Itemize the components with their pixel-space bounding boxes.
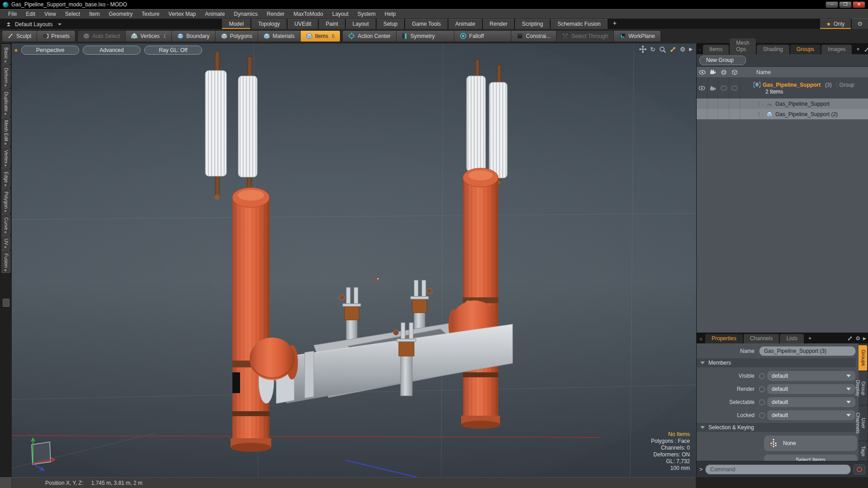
name-field[interactable] [759, 346, 856, 356]
restore-button[interactable]: ❐ [839, 1, 852, 8]
panel-maximize-icon[interactable] [864, 47, 868, 52]
tab-mesh-ops[interactable]: Mesh Ops [730, 38, 755, 54]
tab-topology[interactable]: Topology [251, 19, 287, 29]
tab-scripting[interactable]: Scripting [515, 19, 550, 29]
rail-tab-duplicate[interactable]: Duplicate [1, 89, 10, 117]
rotate-icon[interactable]: ↻ [650, 46, 656, 52]
menu-view[interactable]: View [40, 11, 61, 17]
tab-paint[interactable]: Paint [319, 19, 344, 29]
maximize-icon[interactable] [670, 46, 676, 53]
rail-tab-polygon[interactable]: Polygon [1, 188, 10, 214]
raygl-button[interactable]: Ray GL: Off [144, 46, 202, 55]
toggle-chip[interactable] [721, 86, 727, 90]
auto-select-button[interactable]: Auto Select [78, 31, 126, 42]
eye-icon[interactable] [698, 86, 705, 90]
group-row-selected[interactable]: Gas_Pipeline_Support (3) : Group 2 Items [697, 78, 868, 99]
3d-viewport[interactable]: Perspective Advanced Ray GL: Off ↻ ⚙ ▶ N… [12, 43, 696, 477]
rail-tab-fusion[interactable]: Fusion [1, 250, 10, 273]
tab-game-tools[interactable]: Game Tools [405, 19, 448, 29]
panel-expand-icon[interactable]: ▶ [863, 336, 866, 341]
tab-lists[interactable]: Lists [780, 334, 804, 343]
channel-toggle-icon[interactable] [759, 373, 765, 379]
menu-select[interactable]: Select [61, 11, 85, 17]
menu-render[interactable]: Render [262, 11, 289, 17]
panel-gear-icon[interactable]: ⚙ [855, 335, 860, 342]
rail-tab-mesh-edit[interactable]: Mesh Edit [1, 117, 10, 146]
selectable-dropdown[interactable]: default [767, 397, 856, 408]
items-button[interactable]: Items 5 [301, 31, 340, 42]
rail-tab-vertex[interactable]: Vertex [1, 147, 10, 169]
menu-item[interactable]: Item [85, 11, 104, 17]
select-items-button[interactable]: Select Items [764, 454, 858, 461]
tab-images[interactable]: Images [821, 45, 852, 54]
visible-dropdown[interactable]: default [767, 371, 856, 381]
rail-panel-icon[interactable] [3, 299, 9, 307]
tab-schematic-fusion[interactable]: Schematic Fusion [551, 19, 607, 29]
pan-icon[interactable] [639, 46, 646, 53]
add-panel-tab-button[interactable]: + [853, 45, 863, 54]
tab-model[interactable]: Model [222, 19, 250, 29]
record-icon[interactable] [699, 338, 703, 341]
side-tab-groups[interactable]: Groups [859, 345, 867, 371]
layout-gear-icon[interactable]: ⚙ [852, 19, 868, 29]
rail-tab-curve[interactable]: Curve [1, 214, 10, 235]
command-input[interactable] [705, 465, 851, 474]
tab-setup[interactable]: Setup [377, 19, 404, 29]
falloff-button[interactable]: Falloff [454, 31, 511, 42]
members-section-header[interactable]: Members [697, 358, 856, 367]
render-dropdown[interactable]: default [767, 384, 856, 394]
close-button[interactable]: ✕ [853, 1, 865, 8]
channel-toggle-icon[interactable] [759, 413, 765, 418]
rail-tab-uv[interactable]: UV [1, 235, 10, 250]
tab-properties[interactable]: Properties [705, 334, 743, 343]
menu-geometry[interactable]: Geometry [104, 11, 137, 17]
shading-advanced-button[interactable]: Advanced [83, 46, 141, 55]
action-center-button[interactable]: Action Center [343, 31, 396, 42]
tab-groups[interactable]: Groups [790, 45, 821, 54]
rail-tab-basic[interactable]: Basic [1, 44, 10, 64]
perspective-button[interactable]: Perspective [21, 46, 79, 55]
minimize-button[interactable]: ─ [826, 1, 838, 8]
only-button[interactable]: ★ Only [820, 19, 851, 29]
tab-shading[interactable]: Shading [757, 45, 789, 54]
rail-tab-edge[interactable]: Edge [1, 169, 10, 188]
side-tab-group-display[interactable]: Group Display [859, 371, 867, 405]
boundary-button[interactable]: Boundary [172, 31, 215, 42]
menu-file[interactable]: File [4, 11, 21, 17]
menu-help[interactable]: Help [380, 11, 401, 17]
materials-button[interactable]: Materials [258, 31, 301, 42]
constraint-button[interactable]: Constrai... [511, 31, 557, 42]
add-layout-tab-button[interactable]: + [609, 19, 621, 29]
layout-switcher[interactable]: Default Layouts [0, 21, 66, 29]
sculpt-button[interactable]: Sculpt [2, 31, 37, 42]
menu-animate[interactable]: Animate [200, 11, 229, 17]
command-history-button[interactable] [854, 465, 865, 474]
menu-layout[interactable]: Layout [328, 11, 353, 17]
channel-toggle-icon[interactable] [759, 399, 765, 405]
camera-icon[interactable] [710, 86, 716, 91]
viewport-expand-icon[interactable]: ▶ [689, 46, 693, 52]
tab-render[interactable]: Render [483, 19, 514, 29]
menu-dynamics[interactable]: Dynamics [229, 11, 262, 17]
zoom-icon[interactable] [659, 46, 666, 53]
toggle-chip[interactable] [731, 86, 738, 90]
record-icon[interactable] [699, 48, 700, 52]
new-group-button[interactable]: New Group [699, 56, 746, 65]
tab-channels[interactable]: Channels [744, 334, 779, 343]
visibility-column-eye-icon[interactable] [699, 70, 706, 75]
panel-maximize-icon[interactable] [847, 336, 853, 341]
vertices-button[interactable]: Vertices 1 [126, 31, 172, 42]
selection-keying-section-header[interactable]: Selection & Keying [697, 423, 856, 432]
channel-toggle-icon[interactable] [759, 386, 765, 392]
presets-button[interactable]: Presets [37, 31, 75, 42]
tab-animate[interactable]: Animate [448, 19, 482, 29]
polygons-button[interactable]: Polygons [216, 31, 258, 42]
workplane-button[interactable]: WorkPlane [614, 31, 660, 42]
symmetry-button[interactable]: Symmetry [396, 31, 454, 42]
tree-row-mesh[interactable]: ⋮· Gas_Pipeline_Support (2) [697, 109, 868, 119]
cube-column-icon[interactable] [732, 70, 737, 75]
menu-edit[interactable]: Edit [21, 11, 40, 17]
tab-items[interactable]: Items [703, 45, 729, 54]
tab-uvedit[interactable]: UVEdit [288, 19, 318, 29]
viewport-settings-icon[interactable]: ⚙ [680, 46, 686, 52]
